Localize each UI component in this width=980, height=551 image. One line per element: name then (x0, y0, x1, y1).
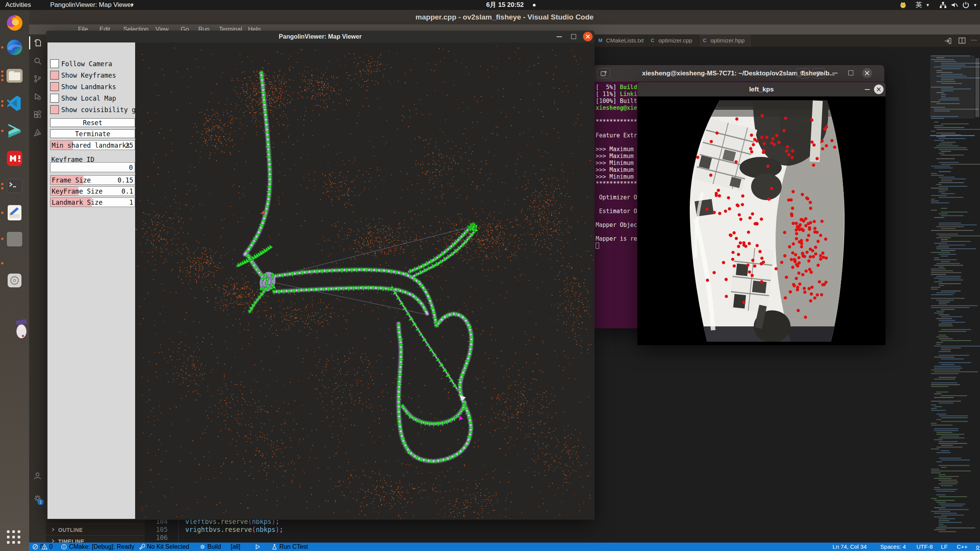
status-right-item[interactable]: Spaces: 4 (880, 543, 906, 551)
slider-value: 0.15 (118, 176, 133, 184)
checkbox-show-covisibility-graph[interactable] (50, 105, 59, 114)
status-ctest[interactable]: Run CTest (271, 543, 308, 551)
dock-screenshot-tool-icon[interactable] (5, 230, 24, 248)
pangolin-panel: Follow CameraShow KeyframesShow Landmark… (47, 42, 135, 519)
activitybar-explorer-icon[interactable] (33, 38, 42, 47)
network-icon (939, 1, 947, 9)
terminal-minimize-button[interactable] (832, 73, 838, 73)
section-outline[interactable]: OUTLINE (58, 524, 83, 536)
status-play[interactable] (255, 543, 261, 551)
minimap[interactable] (930, 47, 980, 543)
status-right-item[interactable]: C++ (957, 543, 967, 551)
power-icon (962, 1, 970, 9)
pangolin-titlebar[interactable]: PangolinViewer: Map Viewer (46, 31, 595, 42)
checkbox-show-local-map[interactable] (50, 94, 59, 103)
status-target[interactable]: [all] (231, 543, 240, 551)
status-kit[interactable]: No Kit Selected (139, 543, 189, 551)
slider-frame-size[interactable]: Frame Size0.15 (50, 175, 135, 185)
dock-vscode-icon[interactable] (5, 94, 24, 112)
tab-optimizer.cpp[interactable]: Coptimizer.cpp (647, 34, 699, 47)
code-area[interactable]: 104vleftbvs.reserve(nbkps);105vrightbvs.… (145, 516, 980, 543)
explorer-sections[interactable]: OUTLINETIMELINE (46, 519, 145, 543)
indent-guide (178, 517, 179, 543)
app-menu[interactable]: PangolinViewer: Map Viewer (50, 0, 133, 10)
terminal-maximize-button[interactable] (848, 70, 853, 75)
system-menu-caret-icon: ▼ (973, 0, 977, 10)
button-terminate[interactable]: Terminate (50, 129, 135, 138)
slider-min-shared-landmarks[interactable]: Min shared landmarks25 (50, 140, 135, 150)
status-beaker-icon (271, 544, 278, 550)
line-number: 106 (155, 534, 168, 541)
dock-text-editor-icon[interactable] (5, 204, 24, 222)
activitybar-debug-icon[interactable] (33, 92, 42, 101)
pangolin-minimize-button[interactable] (557, 36, 562, 37)
new-tab-icon (600, 70, 608, 77)
dock-recorder-icon[interactable] (5, 271, 24, 290)
more-actions-icon[interactable]: ⋯ (971, 34, 977, 46)
keyframe-id-value: 0 (129, 164, 133, 171)
status-right-item[interactable]: LF (941, 543, 948, 551)
pangolin-maximize-button[interactable] (571, 34, 576, 39)
keyframe-id-input[interactable]: 0 (50, 162, 135, 172)
terminal-titlebar[interactable]: xiesheng@xiesheng-MS-7C71: ~/Desktop/ov2… (593, 65, 884, 82)
grid-dot (7, 541, 10, 544)
dock-files-icon[interactable] (5, 67, 24, 85)
grid-dot (12, 530, 15, 533)
input-method-indicator[interactable]: 英 (916, 0, 922, 10)
running-dot (1, 104, 3, 107)
tab-optimizer.hpp[interactable]: Coptimizer.hpp (699, 34, 752, 47)
status-right-item[interactable]: UTF-8 (916, 543, 933, 551)
activitybar-cmake-icon[interactable] (33, 128, 42, 137)
leftkps-close-button[interactable] (874, 85, 884, 94)
clock[interactable]: 6月 15 20:52 (486, 0, 524, 10)
checkbox-show-keyframes[interactable] (50, 71, 59, 80)
checkbox-label: Follow Camera (61, 60, 112, 68)
app-grid-button[interactable] (7, 530, 22, 546)
dock-teal-app-icon[interactable] (5, 122, 24, 140)
dock-hidden-app-icon[interactable] (5, 254, 24, 272)
active-indicator (29, 36, 30, 49)
close-icon (862, 68, 872, 78)
activitybar-scm-icon[interactable] (33, 74, 42, 83)
status-warnings[interactable]: 0 (41, 543, 53, 551)
terminal-close-button[interactable] (862, 68, 872, 78)
checkbox-follow-camera[interactable] (50, 59, 59, 68)
dock-markdown-app-icon[interactable] (5, 149, 24, 168)
slider-landmark-size[interactable]: Landmark Size1 (50, 197, 135, 207)
slider-keyframe-size[interactable]: KeyFrame Size0.1 (50, 186, 135, 196)
checkbox-label: Show Landmarks (61, 83, 116, 91)
tab-CMakeLists.txt[interactable]: MCMakeLists.txt (595, 34, 647, 47)
dock-firefox-icon[interactable] (5, 14, 24, 32)
status-right-item[interactable]: Ln 74, Col 34 (833, 543, 867, 551)
map-view[interactable] (135, 42, 595, 519)
activities-button[interactable]: Activities (5, 0, 31, 10)
terminal-title: xiesheng@xiesheng-MS-7C71: ~/Desktop/ov2… (593, 65, 884, 82)
terminal-menu-button[interactable] (812, 68, 825, 78)
pangolin-title: PangolinViewer: Map Viewer (46, 31, 595, 42)
pangolin-close-button[interactable] (583, 32, 593, 41)
split-editor-icon (958, 36, 966, 45)
leftkps-title: left_kps (637, 82, 885, 96)
running-dot (1, 100, 3, 103)
leftkps-minimize-button[interactable] (865, 89, 870, 90)
status-cmake[interactable]: CMake: [Debug]: Ready (61, 543, 134, 551)
checkbox-show-landmarks[interactable] (50, 82, 59, 91)
activitybar-search-icon[interactable] (33, 56, 42, 65)
vscode-titlebar[interactable]: mapper.cpp - ov2slam_fisheye - Visual St… (29, 10, 980, 24)
cat-indicator-icon (899, 1, 907, 9)
activitybar-account-icon[interactable] (33, 471, 42, 480)
goto-icon (943, 36, 952, 45)
button-reset[interactable]: Reset (50, 118, 135, 127)
dock-terminal-icon[interactable] (5, 177, 24, 195)
terminal-search-button[interactable] (796, 68, 809, 78)
top-bar: ActivitiesPangolinViewer: Map Viewer▼6月 … (0, 0, 980, 10)
new-tab-button[interactable] (597, 68, 610, 78)
running-dot (1, 79, 3, 81)
status-right-item[interactable] (975, 543, 980, 551)
vscode-activitybar[interactable]: 1 (29, 34, 46, 543)
leftkps-titlebar[interactable]: left_kps (637, 82, 885, 96)
activitybar-extensions-icon[interactable] (33, 110, 42, 119)
tab-label: optimizer.cpp (658, 34, 692, 47)
status-build[interactable]: Build (199, 543, 221, 551)
dock-edge-icon[interactable] (5, 38, 24, 57)
